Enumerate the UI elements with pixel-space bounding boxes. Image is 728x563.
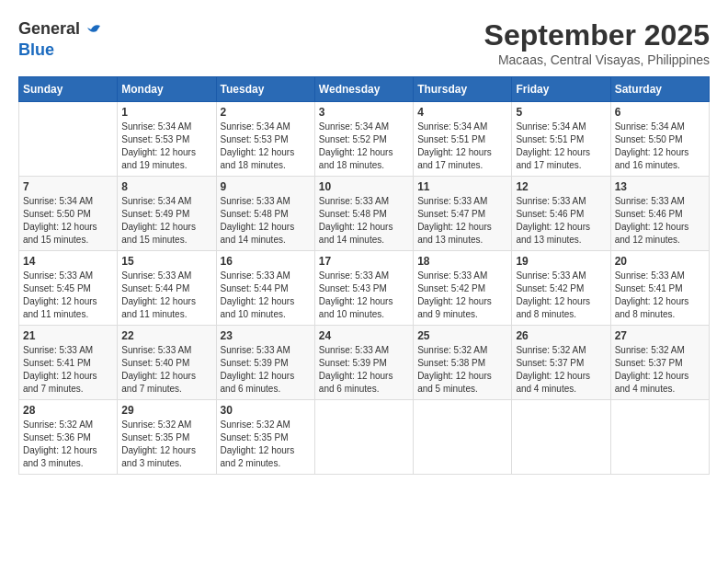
day-number: 1 <box>121 106 211 119</box>
day-number: 9 <box>221 180 311 193</box>
logo-general: General <box>18 19 80 38</box>
day-info: Sunrise: 5:34 AM Sunset: 5:53 PM Dayligh… <box>121 121 211 172</box>
calendar-cell <box>414 400 512 475</box>
day-number: 22 <box>121 329 211 342</box>
day-number: 18 <box>417 255 507 268</box>
day-info: Sunrise: 5:34 AM Sunset: 5:51 PM Dayligh… <box>516 121 606 172</box>
week-row-5: 28Sunrise: 5:32 AM Sunset: 5:36 PM Dayli… <box>19 400 710 475</box>
calendar-cell: 7Sunrise: 5:34 AM Sunset: 5:50 PM Daylig… <box>19 177 118 251</box>
title-area: September 2025 Macaas, Central Visayas, … <box>484 18 710 67</box>
day-info: Sunrise: 5:33 AM Sunset: 5:42 PM Dayligh… <box>417 270 507 321</box>
calendar-cell: 5Sunrise: 5:34 AM Sunset: 5:51 PM Daylig… <box>512 102 610 177</box>
day-info: Sunrise: 5:33 AM Sunset: 5:48 PM Dayligh… <box>319 195 409 247</box>
calendar-cell <box>512 400 610 475</box>
calendar-cell: 9Sunrise: 5:33 AM Sunset: 5:48 PM Daylig… <box>216 177 314 251</box>
calendar-cell: 30Sunrise: 5:32 AM Sunset: 5:35 PM Dayli… <box>216 400 314 475</box>
calendar-cell: 10Sunrise: 5:33 AM Sunset: 5:48 PM Dayli… <box>314 177 413 251</box>
day-info: Sunrise: 5:34 AM Sunset: 5:50 PM Dayligh… <box>23 195 113 247</box>
day-number: 29 <box>121 404 211 417</box>
weekday-header-monday: Monday <box>118 77 216 102</box>
day-info: Sunrise: 5:33 AM Sunset: 5:44 PM Dayligh… <box>121 270 211 321</box>
day-info: Sunrise: 5:33 AM Sunset: 5:46 PM Dayligh… <box>516 195 606 247</box>
day-number: 2 <box>221 106 311 119</box>
logo-bird-icon <box>82 18 104 40</box>
weekday-header-row: SundayMondayTuesdayWednesdayThursdayFrid… <box>19 77 710 102</box>
month-title: September 2025 <box>484 18 710 52</box>
weekday-header-thursday: Thursday <box>414 77 512 102</box>
calendar-cell: 3Sunrise: 5:34 AM Sunset: 5:52 PM Daylig… <box>314 102 413 177</box>
calendar-cell <box>314 400 413 475</box>
day-info: Sunrise: 5:33 AM Sunset: 5:41 PM Dayligh… <box>23 344 113 396</box>
day-info: Sunrise: 5:33 AM Sunset: 5:46 PM Dayligh… <box>615 195 705 247</box>
day-number: 6 <box>615 106 705 119</box>
day-number: 10 <box>319 180 409 193</box>
day-info: Sunrise: 5:34 AM Sunset: 5:49 PM Dayligh… <box>121 195 211 247</box>
day-number: 5 <box>516 106 606 119</box>
calendar-cell: 17Sunrise: 5:33 AM Sunset: 5:43 PM Dayli… <box>314 251 413 326</box>
day-number: 7 <box>23 180 113 193</box>
calendar-cell: 28Sunrise: 5:32 AM Sunset: 5:36 PM Dayli… <box>19 400 118 475</box>
logo-blue: Blue <box>18 40 54 59</box>
calendar-cell: 21Sunrise: 5:33 AM Sunset: 5:41 PM Dayli… <box>19 326 118 400</box>
calendar-cell: 16Sunrise: 5:33 AM Sunset: 5:44 PM Dayli… <box>216 251 314 326</box>
weekday-header-tuesday: Tuesday <box>216 77 314 102</box>
weekday-header-wednesday: Wednesday <box>314 77 413 102</box>
day-info: Sunrise: 5:33 AM Sunset: 5:47 PM Dayligh… <box>417 195 507 247</box>
day-info: Sunrise: 5:33 AM Sunset: 5:45 PM Dayligh… <box>23 270 113 321</box>
day-number: 28 <box>23 404 113 417</box>
day-info: Sunrise: 5:32 AM Sunset: 5:35 PM Dayligh… <box>121 419 211 470</box>
day-info: Sunrise: 5:32 AM Sunset: 5:38 PM Dayligh… <box>417 344 507 396</box>
day-info: Sunrise: 5:32 AM Sunset: 5:37 PM Dayligh… <box>615 344 705 396</box>
day-info: Sunrise: 5:33 AM Sunset: 5:39 PM Dayligh… <box>221 344 311 396</box>
header: General Blue September 2025 Macaas, Cent… <box>18 18 710 67</box>
day-info: Sunrise: 5:33 AM Sunset: 5:39 PM Dayligh… <box>319 344 409 396</box>
day-number: 30 <box>221 404 311 417</box>
weekday-header-saturday: Saturday <box>610 77 709 102</box>
day-info: Sunrise: 5:32 AM Sunset: 5:37 PM Dayligh… <box>516 344 606 396</box>
day-number: 25 <box>417 329 507 342</box>
day-info: Sunrise: 5:33 AM Sunset: 5:42 PM Dayligh… <box>516 270 606 321</box>
day-number: 26 <box>516 329 606 342</box>
calendar-cell: 27Sunrise: 5:32 AM Sunset: 5:37 PM Dayli… <box>610 326 709 400</box>
calendar-cell: 29Sunrise: 5:32 AM Sunset: 5:35 PM Dayli… <box>118 400 216 475</box>
day-number: 23 <box>221 329 311 342</box>
week-row-2: 7Sunrise: 5:34 AM Sunset: 5:50 PM Daylig… <box>19 177 710 251</box>
calendar-cell: 4Sunrise: 5:34 AM Sunset: 5:51 PM Daylig… <box>414 102 512 177</box>
day-info: Sunrise: 5:34 AM Sunset: 5:53 PM Dayligh… <box>221 121 311 172</box>
calendar-cell: 13Sunrise: 5:33 AM Sunset: 5:46 PM Dayli… <box>610 177 709 251</box>
calendar-cell: 19Sunrise: 5:33 AM Sunset: 5:42 PM Dayli… <box>512 251 610 326</box>
day-number: 16 <box>221 255 311 268</box>
weekday-header-friday: Friday <box>512 77 610 102</box>
day-number: 15 <box>121 255 211 268</box>
day-number: 12 <box>516 180 606 193</box>
calendar-cell: 14Sunrise: 5:33 AM Sunset: 5:45 PM Dayli… <box>19 251 118 326</box>
calendar-cell: 20Sunrise: 5:33 AM Sunset: 5:41 PM Dayli… <box>610 251 709 326</box>
calendar-cell: 15Sunrise: 5:33 AM Sunset: 5:44 PM Dayli… <box>118 251 216 326</box>
calendar-cell: 6Sunrise: 5:34 AM Sunset: 5:50 PM Daylig… <box>610 102 709 177</box>
day-info: Sunrise: 5:33 AM Sunset: 5:44 PM Dayligh… <box>221 270 311 321</box>
day-info: Sunrise: 5:32 AM Sunset: 5:35 PM Dayligh… <box>221 419 311 470</box>
calendar-cell: 8Sunrise: 5:34 AM Sunset: 5:49 PM Daylig… <box>118 177 216 251</box>
day-info: Sunrise: 5:33 AM Sunset: 5:40 PM Dayligh… <box>121 344 211 396</box>
week-row-4: 21Sunrise: 5:33 AM Sunset: 5:41 PM Dayli… <box>19 326 710 400</box>
calendar-cell: 1Sunrise: 5:34 AM Sunset: 5:53 PM Daylig… <box>118 102 216 177</box>
calendar-cell: 11Sunrise: 5:33 AM Sunset: 5:47 PM Dayli… <box>414 177 512 251</box>
calendar-cell: 24Sunrise: 5:33 AM Sunset: 5:39 PM Dayli… <box>314 326 413 400</box>
day-number: 27 <box>615 329 705 342</box>
day-number: 14 <box>23 255 113 268</box>
day-info: Sunrise: 5:34 AM Sunset: 5:51 PM Dayligh… <box>417 121 507 172</box>
day-info: Sunrise: 5:32 AM Sunset: 5:36 PM Dayligh… <box>23 419 113 470</box>
day-number: 4 <box>417 106 507 119</box>
day-info: Sunrise: 5:33 AM Sunset: 5:48 PM Dayligh… <box>221 195 311 247</box>
calendar-cell: 2Sunrise: 5:34 AM Sunset: 5:53 PM Daylig… <box>216 102 314 177</box>
calendar-cell: 18Sunrise: 5:33 AM Sunset: 5:42 PM Dayli… <box>414 251 512 326</box>
location-title: Macaas, Central Visayas, Philippines <box>484 52 710 67</box>
day-number: 8 <box>121 180 211 193</box>
day-number: 24 <box>319 329 409 342</box>
day-number: 19 <box>516 255 606 268</box>
calendar-cell: 23Sunrise: 5:33 AM Sunset: 5:39 PM Dayli… <box>216 326 314 400</box>
day-number: 13 <box>615 180 705 193</box>
logo: General Blue <box>18 18 104 61</box>
day-number: 17 <box>319 255 409 268</box>
calendar-cell: 25Sunrise: 5:32 AM Sunset: 5:38 PM Dayli… <box>414 326 512 400</box>
